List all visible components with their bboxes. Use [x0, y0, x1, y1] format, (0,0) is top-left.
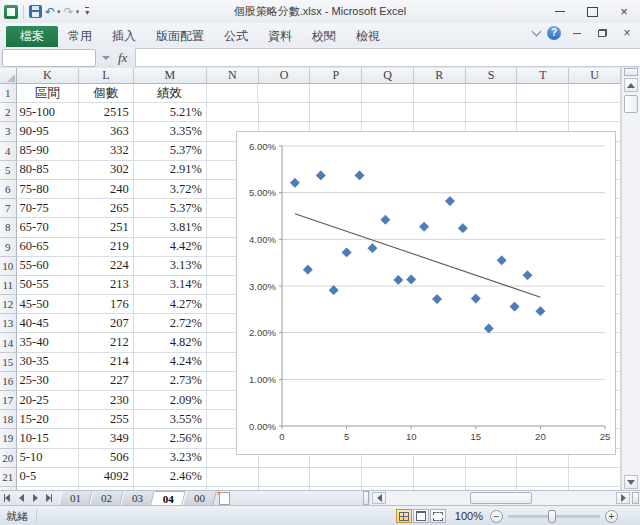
cell-M15[interactable]: 4.24% — [134, 353, 207, 372]
data-point-12[interactable] — [432, 294, 441, 303]
cell-L15[interactable]: 214 — [79, 353, 134, 372]
maximize-button[interactable] — [576, 0, 608, 23]
next-sheet-button[interactable] — [28, 491, 42, 505]
cell-K2[interactable]: 95-100 — [17, 103, 79, 122]
insert-sheet-button[interactable]: * — [215, 491, 233, 505]
column-header-P[interactable]: P — [310, 68, 362, 84]
ribbon-tab-公式[interactable]: 公式 — [214, 26, 258, 47]
ribbon-tab-資料[interactable]: 資料 — [258, 26, 302, 47]
horizontal-scrollbar[interactable] — [369, 491, 640, 505]
zoom-slider-thumb[interactable] — [548, 510, 556, 523]
sheet-tab-03[interactable]: 03 — [120, 491, 154, 505]
cell-L6[interactable]: 240 — [79, 180, 134, 199]
ribbon-tab-校閱[interactable]: 校閱 — [302, 26, 346, 47]
cell-M1[interactable]: 績效 — [134, 84, 207, 103]
cell-L11[interactable]: 213 — [79, 276, 134, 295]
cell-L3[interactable]: 363 — [79, 122, 134, 141]
cell-M10[interactable]: 3.13% — [134, 257, 207, 276]
cell-L7[interactable]: 265 — [79, 199, 134, 218]
data-point-18[interactable] — [510, 302, 519, 311]
data-point-2[interactable] — [303, 265, 312, 274]
zoom-level[interactable]: 100% — [455, 510, 483, 522]
cell-K20[interactable]: 5-10 — [17, 449, 79, 468]
cell-L4[interactable]: 332 — [79, 142, 134, 161]
column-header-O[interactable]: O — [259, 68, 311, 84]
cell-M12[interactable]: 4.27% — [134, 295, 207, 314]
workbook-minimize-button[interactable] — [568, 26, 586, 40]
ribbon-tab-常用[interactable]: 常用 — [58, 26, 102, 47]
column-header-Q[interactable]: Q — [362, 68, 414, 84]
row-header-6[interactable]: 6 — [0, 180, 17, 199]
redo-dropdown-icon[interactable]: ▾ — [76, 8, 80, 16]
row-header-19[interactable]: 19 — [0, 429, 17, 448]
sheet-tab-02[interactable]: 02 — [89, 491, 123, 505]
cell-L21[interactable]: 4092 — [79, 468, 134, 487]
data-point-17[interactable] — [497, 256, 506, 265]
workbook-restore-button[interactable] — [593, 26, 611, 40]
data-point-16[interactable] — [484, 324, 493, 333]
cell-M6[interactable]: 3.72% — [134, 180, 207, 199]
undo-dropdown-icon[interactable]: ▾ — [57, 8, 61, 16]
cell-M19[interactable]: 2.56% — [134, 429, 207, 448]
workbook-close-button[interactable]: × — [618, 26, 636, 40]
redo-icon[interactable]: ↷ — [64, 5, 74, 19]
customize-qat-icon[interactable]: ▾ — [85, 7, 89, 17]
cell-S1[interactable] — [466, 84, 518, 103]
column-header-S[interactable]: S — [466, 68, 518, 84]
cell-T1[interactable] — [517, 84, 569, 103]
scroll-right-button[interactable] — [616, 492, 630, 504]
cell-O2[interactable] — [259, 103, 311, 122]
data-point-8[interactable] — [381, 215, 390, 224]
data-point-1[interactable] — [290, 178, 299, 187]
cell-L9[interactable]: 219 — [79, 238, 134, 257]
ribbon-tab-檢視[interactable]: 檢視 — [346, 26, 390, 47]
row-header-16[interactable]: 16 — [0, 372, 17, 391]
cell-M21[interactable]: 2.46% — [134, 468, 207, 487]
data-point-9[interactable] — [394, 275, 403, 284]
cell-U21[interactable] — [569, 468, 621, 487]
cell-L5[interactable]: 302 — [79, 161, 134, 180]
data-point-5[interactable] — [342, 248, 351, 257]
row-header-7[interactable]: 7 — [0, 199, 17, 218]
cell-K18[interactable]: 15-20 — [17, 410, 79, 429]
zoom-in-button[interactable]: + — [605, 510, 618, 523]
cell-M4[interactable]: 5.37% — [134, 142, 207, 161]
cell-T2[interactable] — [517, 103, 569, 122]
row-header-21[interactable]: 21 — [0, 468, 17, 487]
cell-L10[interactable]: 224 — [79, 257, 134, 276]
cell-K6[interactable]: 75-80 — [17, 180, 79, 199]
cell-M20[interactable]: 3.23% — [134, 449, 207, 468]
row-header-1[interactable]: 1 — [0, 84, 17, 103]
cell-Q2[interactable] — [362, 103, 414, 122]
sheet-tab-00[interactable]: 00 — [182, 491, 216, 505]
cell-K7[interactable]: 70-75 — [17, 199, 79, 218]
cell-K1[interactable]: 區間 — [17, 84, 79, 103]
cell-M18[interactable]: 3.55% — [134, 410, 207, 429]
scroll-down-button[interactable] — [624, 475, 638, 489]
column-header-R[interactable]: R — [414, 68, 466, 84]
name-box[interactable] — [2, 49, 96, 67]
cell-P2[interactable] — [310, 103, 362, 122]
file-tab[interactable]: 檔案 — [6, 26, 58, 47]
horizontal-split-handle[interactable] — [632, 492, 639, 504]
row-header-4[interactable]: 4 — [0, 142, 17, 161]
cell-M5[interactable]: 2.91% — [134, 161, 207, 180]
cell-K14[interactable]: 35-40 — [17, 333, 79, 352]
cell-R2[interactable] — [414, 103, 466, 122]
vertical-split-handle[interactable] — [624, 68, 638, 76]
data-point-15[interactable] — [471, 294, 480, 303]
row-header-20[interactable]: 20 — [0, 449, 17, 468]
cell-K15[interactable]: 30-35 — [17, 353, 79, 372]
zoom-slider[interactable] — [508, 515, 600, 518]
normal-view-button[interactable] — [396, 509, 412, 523]
cell-L18[interactable]: 255 — [79, 410, 134, 429]
data-point-4[interactable] — [329, 286, 338, 295]
data-point-11[interactable] — [420, 222, 429, 231]
cell-M14[interactable]: 4.82% — [134, 333, 207, 352]
cell-K19[interactable]: 10-15 — [17, 429, 79, 448]
name-box-dropdown-icon[interactable] — [102, 56, 110, 60]
data-point-20[interactable] — [536, 307, 545, 316]
row-header-18[interactable]: 18 — [0, 410, 17, 429]
cell-P21[interactable] — [310, 468, 362, 487]
data-point-19[interactable] — [523, 271, 532, 280]
